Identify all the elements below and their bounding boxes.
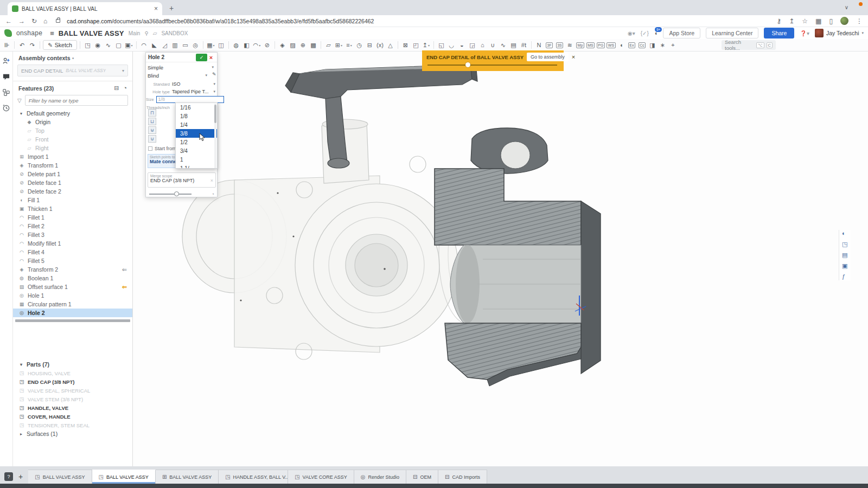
share-page-icon[interactable]: ↥ — [789, 17, 794, 25]
feature-row[interactable]: ◠Fillet 4 — [13, 248, 132, 256]
versions-icon[interactable] — [2, 88, 10, 97]
feature-row[interactable]: ◎Hole 2 — [13, 309, 132, 317]
element-tab[interactable]: ◳HANDLE ASSY, BALL V... — [219, 470, 288, 484]
banner-close-icon[interactable]: × — [572, 54, 575, 60]
draft-icon[interactable]: ◿ — [160, 41, 169, 50]
appearance-panel-icon[interactable]: ◐ — [842, 230, 851, 237]
feedback-bug-icon[interactable]: ◉▾ — [628, 30, 635, 36]
browser-menu-icon[interactable]: ⋮ — [856, 17, 863, 25]
extensions-icon[interactable]: ▦ — [815, 17, 821, 25]
scrollbar-thumb[interactable] — [214, 105, 216, 123]
history-icon[interactable]: ◷ — [355, 41, 364, 50]
surfaces-header-row[interactable]: ▸ Surfaces (1) — [13, 429, 132, 438]
sweep-icon[interactable]: ∿ — [104, 41, 113, 50]
graphics-viewport[interactable]: Front Top Right Z X ◳▾ — [133, 52, 868, 466]
tab-close-icon[interactable]: × — [154, 5, 158, 12]
document-menu-icon[interactable]: ≡ — [50, 29, 54, 37]
revolve-icon[interactable]: ◉ — [93, 41, 103, 50]
feature-row[interactable]: ⊘Delete face 2 — [13, 187, 132, 196]
document-title[interactable]: BALL VALVE ASSY — [59, 29, 124, 37]
feature-row[interactable]: ◠Fillet 1 — [13, 213, 132, 222]
loft-icon[interactable]: ▢ — [114, 41, 123, 50]
offset-surface-icon[interactable]: ▨ — [288, 41, 297, 50]
size-option[interactable]: 3/4 — [176, 146, 217, 155]
shell-icon[interactable]: ▭ — [181, 41, 190, 50]
badge-ex-icon[interactable]: Ex — [627, 41, 636, 50]
frame-icon[interactable]: ▤ — [509, 41, 518, 50]
cancel-icon[interactable]: × — [207, 54, 215, 61]
part-row[interactable]: ◳COVER, HANDLE — [13, 412, 132, 421]
size-option[interactable]: 1/16 — [176, 103, 217, 112]
configurations-icon[interactable]: ▤ — [842, 252, 851, 259]
feature-row[interactable]: ◆Origin — [13, 118, 132, 126]
https-lock-icon[interactable] — [56, 19, 60, 23]
forward-icon[interactable]: → — [18, 17, 25, 25]
branch-label[interactable]: Main — [129, 30, 141, 36]
merge-scope-value[interactable]: END CAP (3/8 NPT) — [150, 178, 194, 183]
move-face-icon[interactable]: ◈ — [278, 41, 287, 50]
feature-row[interactable]: ◠Fillet 2 — [13, 222, 132, 230]
hole-simple-icon[interactable]: ⊓ — [148, 109, 156, 117]
slider-knob[interactable] — [465, 62, 470, 67]
feature-row[interactable]: ⊘Delete face 1 — [13, 178, 132, 187]
feature-row[interactable]: ◈Transform 1 — [13, 161, 132, 170]
sketch-button[interactable]: ✎Sketch — [43, 40, 77, 50]
chamfer-icon[interactable]: ◣ — [150, 41, 159, 50]
confirm-button[interactable]: ✓ — [196, 54, 207, 61]
transform-icon[interactable]: ⊕ — [298, 41, 308, 50]
split-icon[interactable]: ◧ — [242, 41, 251, 50]
end-cap-section[interactable] — [435, 128, 601, 386]
feature-row[interactable]: ◍Boolean 1 — [13, 274, 132, 282]
target-icon[interactable]: ⌖ — [668, 41, 678, 50]
standard-select[interactable]: ISO▾ — [172, 81, 216, 87]
downloads-chevron-icon[interactable]: ∨ — [845, 4, 848, 10]
hole-tapped-icon[interactable]: ⊍ — [148, 135, 156, 143]
enclose-icon[interactable]: ▩ — [309, 41, 318, 50]
mate-connector-icon[interactable]: ⊞▾ — [334, 41, 343, 50]
hole-icon[interactable]: ◎ — [191, 41, 200, 50]
history-icon[interactable] — [2, 104, 10, 112]
feature-row[interactable]: ⊘Delete part 1 — [13, 170, 132, 178]
corner-icon[interactable]: ◲ — [468, 41, 477, 50]
unfold-icon[interactable]: ∪ — [488, 41, 497, 50]
parts-header-row[interactable]: ▾ Parts (7) — [13, 360, 132, 369]
tag-icon[interactable]: #t — [519, 41, 528, 50]
routing-icon[interactable]: ≋ — [565, 41, 575, 50]
back-icon[interactable]: ← — [5, 17, 12, 25]
feature-row[interactable]: ◎Hole 1 — [13, 291, 132, 300]
search-tools-box[interactable]: Search tools... ⌥ C — [722, 40, 776, 50]
part-row[interactable]: ◳VALVE STEM (3/8 NPT) — [13, 395, 132, 403]
modify-fillet-icon[interactable]: ◠▾ — [252, 41, 261, 50]
element-tab[interactable]: ⊟OEM — [406, 470, 438, 484]
extrude-icon[interactable]: ◳ — [83, 41, 92, 50]
feature-list-toggle-icon[interactable]: ⊪ — [2, 41, 11, 50]
valve-handle[interactable] — [285, 62, 477, 168]
badge-cc-icon[interactable]: Cc — [637, 41, 647, 50]
variables-panel-icon[interactable]: ƒ — [842, 273, 851, 280]
assembly-context-select[interactable]: END CAP DETAIL BALL VALVE ASSY ▾ — [17, 65, 128, 76]
flange-icon[interactable]: ◱ — [437, 41, 446, 50]
size-option[interactable]: 1/8 — [176, 112, 217, 120]
feature-row[interactable]: ◈Transform 2⇐ — [13, 265, 132, 274]
part-row[interactable]: ◳VALVE SEAL, SPHERICAL — [13, 386, 132, 395]
default-geometry-row[interactable]: ▾Default geometry — [13, 109, 132, 118]
boolean-icon[interactable]: ◍ — [232, 41, 241, 50]
password-key-icon[interactable]: ⚷ — [776, 17, 781, 25]
browser-tab[interactable]: BALL VALVE ASSY | BALL VAL × — [8, 2, 162, 15]
rollback-history-icon[interactable]: ◔ — [123, 85, 127, 92]
element-tab[interactable]: ⊞BALL VALVE ASSY — [156, 470, 219, 484]
feature-row[interactable]: ▣Thicken 1 — [13, 204, 132, 213]
rollback-bar[interactable] — [15, 319, 130, 322]
hole-end-select[interactable]: Blind▾ — [148, 72, 214, 79]
feature-filter-input[interactable] — [25, 95, 128, 106]
badge-3f-icon[interactable]: 3F — [545, 41, 554, 50]
feature-row[interactable]: ▱Front — [13, 135, 132, 144]
size-option[interactable]: 3/8 — [176, 129, 217, 138]
curve-icon[interactable]: ∿ — [499, 41, 508, 50]
size-option[interactable]: 1 1/ — [176, 164, 217, 169]
linear-pattern-icon[interactable]: ▦▾ — [206, 41, 215, 50]
link-icon[interactable]: ⚲ — [144, 30, 148, 36]
context-opacity-slider[interactable] — [426, 61, 559, 69]
size-input[interactable] — [156, 96, 224, 103]
feature-row[interactable]: ◠Fillet 3 — [13, 230, 132, 239]
